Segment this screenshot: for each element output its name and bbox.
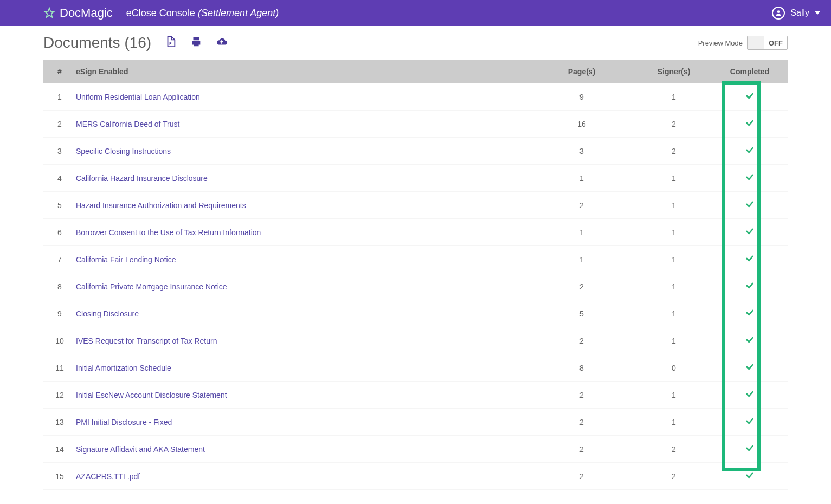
row-pages: 2 <box>538 436 625 463</box>
row-signers: 1 <box>625 327 723 354</box>
row-completed <box>723 83 788 111</box>
table-row: 3Specific Closing Instructions32 <box>43 138 788 165</box>
document-link[interactable]: Specific Closing Instructions <box>76 147 171 156</box>
row-number: 1 <box>43 83 70 111</box>
row-completed <box>723 436 788 463</box>
table-row: 1Uniform Residential Loan Application91 <box>43 83 788 111</box>
row-doc-name: California Fair Lending Notice <box>70 246 538 273</box>
check-icon <box>744 364 755 373</box>
row-signers: 2 <box>625 463 723 490</box>
document-link[interactable]: Closing Disclosure <box>76 309 139 318</box>
table-row: 7California Fair Lending Notice11 <box>43 246 788 273</box>
preview-mode-toggle: Preview Mode OFF <box>698 36 788 50</box>
title-bar: Documents (16) P Preview Mode OFF <box>43 34 788 51</box>
table-row: 15AZACPRS.TTL.pdf22 <box>43 463 788 490</box>
row-pages: 8 <box>538 354 625 382</box>
user-menu[interactable]: Sally <box>772 7 820 20</box>
logo-area: DocMagic <box>43 6 113 20</box>
row-number: 4 <box>43 165 70 192</box>
document-link[interactable]: AZACPRS.TTL.pdf <box>76 472 140 481</box>
table-body: 1Uniform Residential Loan Application912… <box>43 83 788 490</box>
star-icon <box>43 7 55 19</box>
check-icon <box>744 337 755 346</box>
row-doc-name: MERS California Deed of Trust <box>70 111 538 138</box>
table-row: 13PMI Initial Disclosure - Fixed21 <box>43 409 788 436</box>
document-link[interactable]: California Hazard Insurance Disclosure <box>76 174 208 183</box>
row-doc-name: Hazard Insurance Authorization and Requi… <box>70 192 538 219</box>
toggle-state-label: OFF <box>764 37 787 49</box>
row-doc-name: Uniform Residential Loan Application <box>70 83 538 111</box>
console-role: (Settlement Agent) <box>198 8 279 18</box>
caret-down-icon <box>815 11 820 15</box>
check-icon <box>744 391 755 400</box>
row-pages: 2 <box>538 192 625 219</box>
row-pages: 1 <box>538 246 625 273</box>
check-icon <box>744 256 755 264</box>
toggle-switch[interactable]: OFF <box>747 36 788 50</box>
document-link[interactable]: Signature Affidavit and AKA Statement <box>76 445 205 454</box>
table-container: # eSign Enabled Page(s) Signer(s) Comple… <box>43 60 788 490</box>
document-link[interactable]: Initial EscNew Account Disclosure Statem… <box>76 391 227 399</box>
row-number: 12 <box>43 382 70 409</box>
document-link[interactable]: MERS California Deed of Trust <box>76 120 179 128</box>
row-doc-name: Specific Closing Instructions <box>70 138 538 165</box>
row-signers: 1 <box>625 165 723 192</box>
check-icon <box>744 310 755 319</box>
pdf-icon[interactable]: P <box>165 36 177 50</box>
row-pages: 1 <box>538 165 625 192</box>
row-signers: 1 <box>625 219 723 246</box>
row-signers: 1 <box>625 273 723 300</box>
row-completed <box>723 409 788 436</box>
table-row: 14Signature Affidavit and AKA Statement2… <box>43 436 788 463</box>
document-link[interactable]: IVES Request for Transcript of Tax Retur… <box>76 337 217 345</box>
check-icon <box>744 229 755 237</box>
col-signers: Signer(s) <box>625 60 723 83</box>
table-header: # eSign Enabled Page(s) Signer(s) Comple… <box>43 60 788 83</box>
document-link[interactable]: Uniform Residential Loan Application <box>76 93 200 101</box>
row-number: 11 <box>43 354 70 382</box>
logo-text: DocMagic <box>60 6 113 20</box>
row-number: 9 <box>43 300 70 327</box>
documents-table: # eSign Enabled Page(s) Signer(s) Comple… <box>43 60 788 490</box>
document-link[interactable]: California Private Mortgage Insurance No… <box>76 282 227 291</box>
row-doc-name: California Private Mortgage Insurance No… <box>70 273 538 300</box>
col-pages: Page(s) <box>538 60 625 83</box>
print-icon[interactable] <box>190 36 202 50</box>
preview-mode-label: Preview Mode <box>698 39 743 47</box>
upload-cloud-icon[interactable] <box>216 36 228 50</box>
row-completed <box>723 382 788 409</box>
row-completed <box>723 246 788 273</box>
row-completed <box>723 111 788 138</box>
col-number: # <box>43 60 70 83</box>
check-icon <box>744 418 755 427</box>
row-completed <box>723 138 788 165</box>
row-completed <box>723 463 788 490</box>
toggle-slider <box>748 36 764 49</box>
row-completed <box>723 165 788 192</box>
row-pages: 9 <box>538 83 625 111</box>
row-completed <box>723 219 788 246</box>
document-link[interactable]: California Fair Lending Notice <box>76 255 176 264</box>
content-area: Documents (16) P Preview Mode OFF <box>0 26 831 490</box>
row-completed <box>723 327 788 354</box>
row-doc-name: IVES Request for Transcript of Tax Retur… <box>70 327 538 354</box>
row-completed <box>723 300 788 327</box>
row-pages: 2 <box>538 273 625 300</box>
document-link[interactable]: Initial Amortization Schedule <box>76 364 171 372</box>
table-row: 6Borrower Consent to the Use of Tax Retu… <box>43 219 788 246</box>
table-row: 12Initial EscNew Account Disclosure Stat… <box>43 382 788 409</box>
check-icon <box>744 473 755 481</box>
document-link[interactable]: PMI Initial Disclosure - Fixed <box>76 418 172 427</box>
row-signers: 2 <box>625 138 723 165</box>
table-row: 9Closing Disclosure51 <box>43 300 788 327</box>
document-link[interactable]: Borrower Consent to the Use of Tax Retur… <box>76 228 261 237</box>
row-number: 8 <box>43 273 70 300</box>
table-row: 4California Hazard Insurance Disclosure1… <box>43 165 788 192</box>
document-link[interactable]: Hazard Insurance Authorization and Requi… <box>76 201 246 210</box>
app-header: DocMagic eClose Console (Settlement Agen… <box>0 0 831 26</box>
row-completed <box>723 192 788 219</box>
row-number: 10 <box>43 327 70 354</box>
check-icon <box>744 120 755 129</box>
svg-point-0 <box>777 10 780 13</box>
row-signers: 1 <box>625 409 723 436</box>
